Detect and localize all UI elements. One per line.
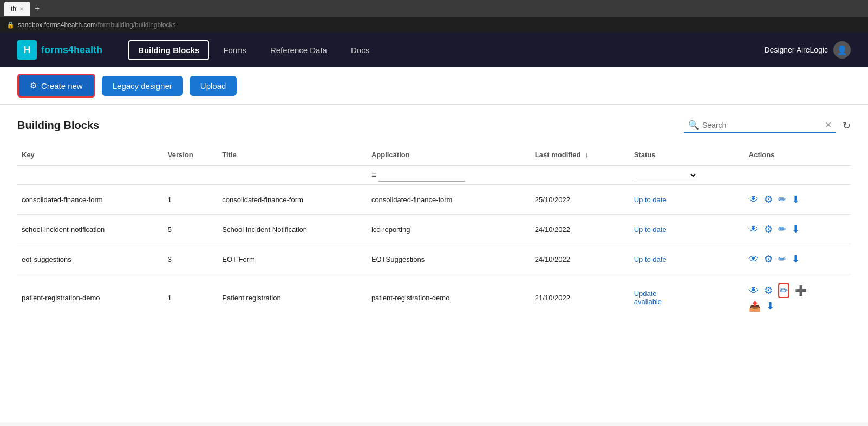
view-icon[interactable]: 👁 — [749, 194, 759, 205]
search-icon: 🔍 — [688, 120, 699, 130]
logo-text: forms4health — [41, 44, 102, 56]
row-key: patient-registration-demo — [17, 274, 164, 321]
row-key: eot-suggestions — [17, 244, 164, 274]
row-key: consolidated-finance-form — [17, 185, 164, 215]
user-area: Designer AireLogic 👤 — [764, 41, 851, 59]
address-domain: sandbox.forms4health.com — [18, 21, 96, 29]
search-area: 🔍 ✕ ↻ — [684, 118, 851, 133]
refresh-button[interactable]: ↻ — [843, 120, 851, 132]
row-application: lcc-reporting — [367, 215, 531, 244]
create-label: Create new — [41, 81, 83, 91]
edit-icon[interactable]: ✏ — [778, 223, 786, 235]
application-filter-input[interactable] — [378, 169, 465, 182]
row-title: School Incident Notification — [218, 215, 367, 244]
add-icon[interactable]: ➕ — [795, 285, 807, 296]
col-actions: Actions — [745, 144, 851, 166]
legacy-designer-button[interactable]: Legacy designer — [102, 76, 183, 96]
view-icon[interactable]: 👁 — [749, 224, 759, 235]
download-icon[interactable]: ⬇ — [792, 253, 800, 265]
section-header: Building Blocks 🔍 ✕ ↻ — [17, 118, 851, 133]
row-last-modified: 24/10/2022 — [531, 244, 630, 274]
lock-icon: 🔒 — [6, 21, 15, 29]
edit-icon[interactable]: ✏ — [778, 283, 789, 298]
settings-icon[interactable]: ⚙ — [764, 223, 773, 235]
nav-links: Building Blocks Forms Reference Data Doc… — [128, 40, 747, 60]
row-version: 1 — [164, 185, 218, 215]
nav-building-blocks[interactable]: Building Blocks — [128, 40, 209, 60]
settings-icon[interactable]: ⚙ — [764, 253, 773, 265]
page-title: Building Blocks — [17, 119, 99, 132]
upload-button[interactable]: Upload — [190, 76, 237, 96]
create-new-button[interactable]: ⚙ Create new — [17, 74, 95, 98]
row-version: 3 — [164, 244, 218, 274]
row-key: school-incident-notification — [17, 215, 164, 244]
browser-tab[interactable]: th ✕ — [4, 2, 30, 16]
nav-docs[interactable]: Docs — [341, 40, 379, 60]
create-icon: ⚙ — [30, 81, 37, 91]
edit-icon[interactable]: ✏ — [778, 253, 786, 265]
view-icon[interactable]: 👁 — [749, 285, 759, 296]
row-actions: 👁 ⚙ ✏ ⬇ — [745, 215, 851, 244]
row-application: patient-registration-demo — [367, 274, 531, 321]
row-last-modified: 25/10/2022 — [531, 185, 630, 215]
settings-icon[interactable]: ⚙ — [764, 285, 773, 296]
main-content: Building Blocks 🔍 ✕ ↻ Key Version Title … — [0, 105, 868, 422]
tab-close-icon[interactable]: ✕ — [19, 6, 24, 12]
col-key: Key — [17, 144, 164, 166]
new-tab-icon[interactable]: + — [35, 4, 40, 14]
row-actions: 👁 ⚙ ✏ ⬇ — [745, 185, 851, 215]
row-last-modified: 24/10/2022 — [531, 215, 630, 244]
tab-label: th — [11, 5, 16, 12]
download-icon[interactable]: ⬇ — [792, 223, 800, 235]
logo-icon: H — [17, 40, 37, 60]
row-version: 5 — [164, 215, 218, 244]
edit-icon[interactable]: ✏ — [778, 193, 786, 205]
settings-icon[interactable]: ⚙ — [764, 193, 773, 205]
table-header-row: Key Version Title Application Last modif… — [17, 144, 851, 166]
row-version: 1 — [164, 274, 218, 321]
col-status: Status — [630, 144, 745, 166]
building-blocks-table: Key Version Title Application Last modif… — [17, 144, 851, 321]
table-row: eot-suggestions 3 EOT-Form EOTSuggestion… — [17, 244, 851, 274]
table-container: Key Version Title Application Last modif… — [17, 144, 851, 321]
logo-accent: 4health — [68, 44, 102, 55]
export-icon[interactable]: 📤 — [749, 300, 761, 312]
toolbar: ⚙ Create new Legacy designer Upload — [0, 67, 868, 105]
nav-forms[interactable]: Forms — [213, 40, 256, 60]
logo: H forms4health — [17, 40, 102, 60]
col-title: Title — [218, 144, 367, 166]
download-icon[interactable]: ⬇ — [766, 300, 774, 312]
address-bar: sandbox.forms4health.com/formbuilding/bu… — [18, 21, 176, 29]
logo-forms: forms — [41, 44, 68, 55]
row-last-modified: 21/10/2022 — [531, 274, 630, 321]
user-avatar[interactable]: 👤 — [833, 41, 851, 59]
sort-icon: ↓ — [585, 151, 589, 159]
top-navigation: H forms4health Building Blocks Forms Ref… — [0, 33, 868, 67]
user-name: Designer AireLogic — [764, 46, 828, 54]
row-title: consolidated-finance-form — [218, 185, 367, 215]
filter-icon: ≡ — [371, 170, 376, 180]
download-icon[interactable]: ⬇ — [792, 193, 800, 205]
row-title: EOT-Form — [218, 244, 367, 274]
row-application: consolidated-finance-form — [367, 185, 531, 215]
row-title: Patient registration — [218, 274, 367, 321]
table-row: school-incident-notification 5 School In… — [17, 215, 851, 244]
nav-reference-data[interactable]: Reference Data — [260, 40, 337, 60]
row-status: Up to date — [630, 244, 745, 274]
row-status: Up to date — [630, 215, 745, 244]
row-actions: 👁 ⚙ ✏ ➕ 📤 ⬇ — [745, 274, 851, 321]
search-clear-icon[interactable]: ✕ — [825, 120, 832, 130]
row-status: Up to date — [630, 185, 745, 215]
table-row: consolidated-finance-form 1 consolidated… — [17, 185, 851, 215]
row-actions: 👁 ⚙ ✏ ⬇ — [745, 244, 851, 274]
status-filter-select[interactable]: Up to date Update available — [634, 168, 697, 182]
row-application: EOTSuggestions — [367, 244, 531, 274]
view-icon[interactable]: 👁 — [749, 254, 759, 265]
address-path: /formbuilding/buildingblocks — [96, 21, 175, 29]
row-status: Updateavailable — [630, 274, 745, 321]
search-box: 🔍 ✕ — [684, 118, 836, 133]
table-row: patient-registration-demo 1 Patient regi… — [17, 274, 851, 321]
col-application: Application — [367, 144, 531, 166]
search-input[interactable] — [702, 121, 821, 130]
col-last-modified[interactable]: Last modified ↓ — [531, 144, 630, 166]
